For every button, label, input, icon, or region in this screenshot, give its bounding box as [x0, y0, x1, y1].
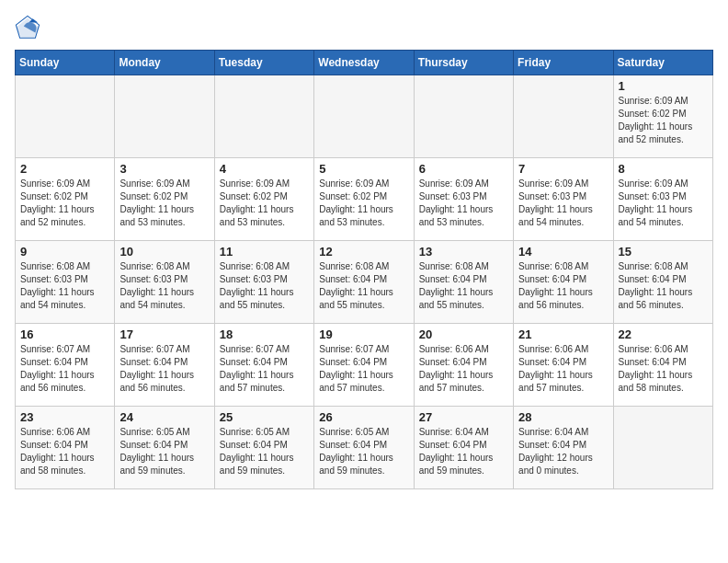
- calendar-cell: 27Sunrise: 6:04 AM Sunset: 6:04 PM Dayli…: [414, 407, 513, 489]
- calendar-week: 16Sunrise: 6:07 AM Sunset: 6:04 PM Dayli…: [16, 324, 713, 407]
- day-number: 23: [20, 410, 109, 424]
- day-info: Sunrise: 6:05 AM Sunset: 6:04 PM Dayligh…: [319, 426, 408, 477]
- weekday-header: Monday: [115, 51, 214, 75]
- day-info: Sunrise: 6:05 AM Sunset: 6:04 PM Dayligh…: [119, 426, 209, 477]
- day-info: Sunrise: 6:08 AM Sunset: 6:04 PM Dayligh…: [619, 260, 708, 312]
- day-number: 25: [220, 410, 309, 424]
- day-info: Sunrise: 6:06 AM Sunset: 6:04 PM Dayligh…: [619, 343, 708, 395]
- day-number: 20: [419, 327, 508, 341]
- calendar-cell: 14Sunrise: 6:08 AM Sunset: 6:04 PM Dayli…: [514, 241, 613, 324]
- day-number: 7: [518, 162, 608, 176]
- day-number: 8: [619, 162, 708, 176]
- calendar-cell: [314, 75, 414, 158]
- logo-icon: [15, 15, 40, 40]
- day-info: Sunrise: 6:06 AM Sunset: 6:04 PM Dayligh…: [419, 343, 508, 395]
- calendar-cell: 18Sunrise: 6:07 AM Sunset: 6:04 PM Dayli…: [214, 324, 313, 407]
- calendar-body: 1Sunrise: 6:09 AM Sunset: 6:02 PM Daylig…: [16, 75, 713, 489]
- calendar-cell: 17Sunrise: 6:07 AM Sunset: 6:04 PM Dayli…: [115, 324, 214, 407]
- weekday-header: Saturday: [613, 51, 712, 75]
- day-number: 12: [319, 245, 408, 259]
- day-info: Sunrise: 6:08 AM Sunset: 6:04 PM Dayligh…: [518, 260, 608, 312]
- day-info: Sunrise: 6:05 AM Sunset: 6:04 PM Dayligh…: [220, 426, 309, 477]
- calendar-cell: 11Sunrise: 6:08 AM Sunset: 6:03 PM Dayli…: [214, 241, 313, 324]
- calendar-week: 23Sunrise: 6:06 AM Sunset: 6:04 PM Dayli…: [16, 407, 713, 489]
- day-number: 2: [20, 162, 109, 176]
- calendar-cell: 16Sunrise: 6:07 AM Sunset: 6:04 PM Dayli…: [16, 324, 115, 407]
- weekday-header: Friday: [514, 51, 613, 75]
- day-info: Sunrise: 6:04 AM Sunset: 6:04 PM Dayligh…: [419, 426, 508, 477]
- day-number: 26: [319, 410, 408, 424]
- calendar-cell: 9Sunrise: 6:08 AM Sunset: 6:03 PM Daylig…: [16, 241, 115, 324]
- day-info: Sunrise: 6:06 AM Sunset: 6:04 PM Dayligh…: [518, 343, 608, 395]
- calendar-week: 2Sunrise: 6:09 AM Sunset: 6:02 PM Daylig…: [16, 158, 713, 241]
- calendar-cell: 20Sunrise: 6:06 AM Sunset: 6:04 PM Dayli…: [414, 324, 513, 407]
- weekday-header: Thursday: [414, 51, 513, 75]
- day-info: Sunrise: 6:07 AM Sunset: 6:04 PM Dayligh…: [319, 343, 408, 395]
- weekday-header: Wednesday: [314, 51, 414, 75]
- day-number: 16: [20, 327, 109, 341]
- calendar-cell: 19Sunrise: 6:07 AM Sunset: 6:04 PM Dayli…: [314, 324, 414, 407]
- calendar-cell: 26Sunrise: 6:05 AM Sunset: 6:04 PM Dayli…: [314, 407, 414, 489]
- day-number: 3: [119, 162, 209, 176]
- day-number: 27: [419, 410, 508, 424]
- day-info: Sunrise: 6:07 AM Sunset: 6:04 PM Dayligh…: [119, 343, 209, 395]
- day-number: 14: [518, 245, 608, 259]
- calendar-cell: [613, 407, 712, 489]
- day-number: 28: [518, 410, 608, 424]
- day-info: Sunrise: 6:09 AM Sunset: 6:02 PM Dayligh…: [619, 95, 708, 146]
- day-number: 24: [119, 410, 209, 424]
- calendar-cell: 1Sunrise: 6:09 AM Sunset: 6:02 PM Daylig…: [613, 75, 712, 158]
- calendar-cell: 21Sunrise: 6:06 AM Sunset: 6:04 PM Dayli…: [514, 324, 613, 407]
- calendar-cell: 25Sunrise: 6:05 AM Sunset: 6:04 PM Dayli…: [214, 407, 313, 489]
- day-number: 4: [220, 162, 309, 176]
- day-number: 11: [220, 245, 309, 259]
- calendar-cell: [214, 75, 313, 158]
- day-info: Sunrise: 6:08 AM Sunset: 6:04 PM Dayligh…: [319, 260, 408, 312]
- calendar-table: SundayMondayTuesdayWednesdayThursdayFrid…: [15, 50, 713, 489]
- calendar-cell: [115, 75, 214, 158]
- calendar-cell: 15Sunrise: 6:08 AM Sunset: 6:04 PM Dayli…: [613, 241, 712, 324]
- day-number: 21: [518, 327, 608, 341]
- calendar-cell: [514, 75, 613, 158]
- calendar-header: SundayMondayTuesdayWednesdayThursdayFrid…: [16, 51, 713, 75]
- day-info: Sunrise: 6:08 AM Sunset: 6:03 PM Dayligh…: [20, 260, 109, 312]
- day-number: 5: [319, 162, 408, 176]
- weekday-header: Sunday: [16, 51, 115, 75]
- logo: [15, 15, 44, 40]
- day-info: Sunrise: 6:08 AM Sunset: 6:03 PM Dayligh…: [220, 260, 309, 312]
- day-info: Sunrise: 6:07 AM Sunset: 6:04 PM Dayligh…: [20, 343, 109, 395]
- calendar-cell: 10Sunrise: 6:08 AM Sunset: 6:03 PM Dayli…: [115, 241, 214, 324]
- day-info: Sunrise: 6:09 AM Sunset: 6:03 PM Dayligh…: [518, 178, 608, 229]
- day-info: Sunrise: 6:09 AM Sunset: 6:03 PM Dayligh…: [619, 178, 708, 229]
- calendar-cell: 8Sunrise: 6:09 AM Sunset: 6:03 PM Daylig…: [613, 158, 712, 241]
- calendar-cell: [414, 75, 513, 158]
- calendar-cell: 2Sunrise: 6:09 AM Sunset: 6:02 PM Daylig…: [16, 158, 115, 241]
- day-number: 10: [119, 245, 209, 259]
- day-info: Sunrise: 6:09 AM Sunset: 6:02 PM Dayligh…: [20, 178, 109, 229]
- page-header: [15, 15, 713, 40]
- day-number: 17: [119, 327, 209, 341]
- day-info: Sunrise: 6:09 AM Sunset: 6:02 PM Dayligh…: [119, 178, 209, 229]
- calendar-cell: 7Sunrise: 6:09 AM Sunset: 6:03 PM Daylig…: [514, 158, 613, 241]
- calendar-cell: 3Sunrise: 6:09 AM Sunset: 6:02 PM Daylig…: [115, 158, 214, 241]
- calendar-cell: 4Sunrise: 6:09 AM Sunset: 6:02 PM Daylig…: [214, 158, 313, 241]
- day-number: 22: [619, 327, 708, 341]
- day-number: 6: [419, 162, 508, 176]
- calendar-cell: 24Sunrise: 6:05 AM Sunset: 6:04 PM Dayli…: [115, 407, 214, 489]
- day-number: 1: [619, 79, 708, 93]
- calendar-cell: 6Sunrise: 6:09 AM Sunset: 6:03 PM Daylig…: [414, 158, 513, 241]
- day-info: Sunrise: 6:08 AM Sunset: 6:04 PM Dayligh…: [419, 260, 508, 312]
- day-info: Sunrise: 6:08 AM Sunset: 6:03 PM Dayligh…: [119, 260, 209, 312]
- day-number: 9: [20, 245, 109, 259]
- day-number: 19: [319, 327, 408, 341]
- calendar-cell: 28Sunrise: 6:04 AM Sunset: 6:04 PM Dayli…: [514, 407, 613, 489]
- calendar-cell: 22Sunrise: 6:06 AM Sunset: 6:04 PM Dayli…: [613, 324, 712, 407]
- weekday-header: Tuesday: [214, 51, 313, 75]
- day-number: 15: [619, 245, 708, 259]
- day-info: Sunrise: 6:04 AM Sunset: 6:04 PM Dayligh…: [518, 426, 608, 477]
- calendar-week: 1Sunrise: 6:09 AM Sunset: 6:02 PM Daylig…: [16, 75, 713, 158]
- day-number: 18: [220, 327, 309, 341]
- calendar-cell: 5Sunrise: 6:09 AM Sunset: 6:02 PM Daylig…: [314, 158, 414, 241]
- day-info: Sunrise: 6:07 AM Sunset: 6:04 PM Dayligh…: [220, 343, 309, 395]
- calendar-cell: 12Sunrise: 6:08 AM Sunset: 6:04 PM Dayli…: [314, 241, 414, 324]
